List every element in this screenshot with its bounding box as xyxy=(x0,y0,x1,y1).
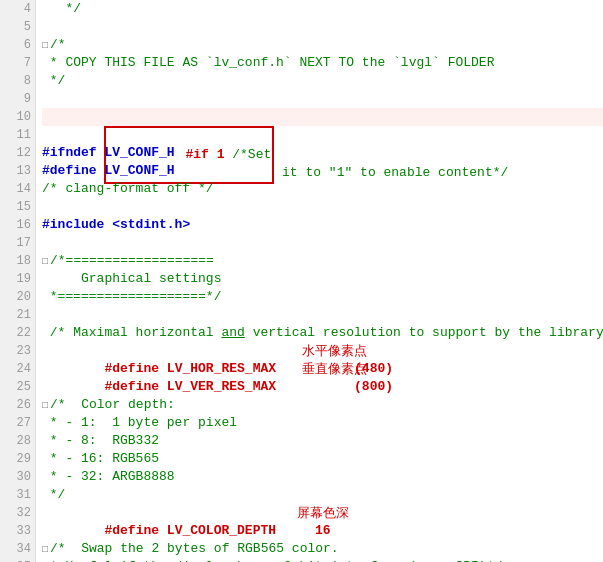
code-line-30: * - 32: ARGB8888 xyxy=(42,468,603,486)
code-line-9 xyxy=(42,90,603,108)
code-line-19: Graphical settings xyxy=(42,270,603,288)
code-line-27: * - 1: 1 byte per pixel xyxy=(42,414,603,432)
code-line-8: */ xyxy=(42,72,603,90)
annotation-color-depth: 屏幕色深 xyxy=(297,504,349,522)
code-line-26: □/* Color depth: xyxy=(42,396,603,414)
code-line-23: #define LV_HOR_RES_MAX (480) 水平像素点 xyxy=(42,342,603,360)
code-line-6: □/* xyxy=(42,36,603,54)
code-line-10: #if 1 /*Set it to "1" to enable content*… xyxy=(42,108,603,126)
code-line-24: #define LV_VER_RES_MAX (800) 垂直像素点 xyxy=(42,360,603,378)
line-numbers: 4 5 6 7 8 9 10 11 12 13 14 15 16 17 18 1… xyxy=(0,0,36,562)
code-content[interactable]: */ □/* * COPY THIS FILE AS `lv_conf.h` N… xyxy=(36,0,603,562)
code-line-16: #include <stdint.h> xyxy=(42,216,603,234)
code-line-14: /* clang-format off */ xyxy=(42,180,603,198)
code-editor: 4 5 6 7 8 9 10 11 12 13 14 15 16 17 18 1… xyxy=(0,0,603,562)
code-line-13: #define LV_CONF_H xyxy=(42,162,603,180)
code-line-25 xyxy=(42,378,603,396)
code-line-33 xyxy=(42,522,603,540)
code-line-21 xyxy=(42,306,603,324)
code-line-20: *===================*/ xyxy=(42,288,603,306)
code-line-22: /* Maximal horizontal and vertical resol… xyxy=(42,324,603,342)
code-line-29: * - 16: RGB565 xyxy=(42,450,603,468)
code-line-31: */ xyxy=(42,486,603,504)
code-line-35: * Useful if the display has a 8 bit inte… xyxy=(42,558,603,562)
code-line-4: */ xyxy=(42,0,603,18)
annotation-vertical: 垂直像素点 xyxy=(302,360,367,378)
code-line-11 xyxy=(42,126,603,144)
code-line-34: □/* Swap the 2 bytes of RGB565 color. xyxy=(42,540,603,558)
code-line-7: * COPY THIS FILE AS `lv_conf.h` NEXT TO … xyxy=(42,54,603,72)
code-line-15 xyxy=(42,198,603,216)
code-line-18: □/*=================== xyxy=(42,252,603,270)
code-line-17 xyxy=(42,234,603,252)
code-line-28: * - 8: RGB332 xyxy=(42,432,603,450)
code-line-32: #define LV_COLOR_DEPTH 16 屏幕色深 xyxy=(42,504,603,522)
code-line-5 xyxy=(42,18,603,36)
annotation-horizontal: 水平像素点 xyxy=(302,342,367,360)
code-line-12: #ifndef LV_CONF_H xyxy=(42,144,603,162)
